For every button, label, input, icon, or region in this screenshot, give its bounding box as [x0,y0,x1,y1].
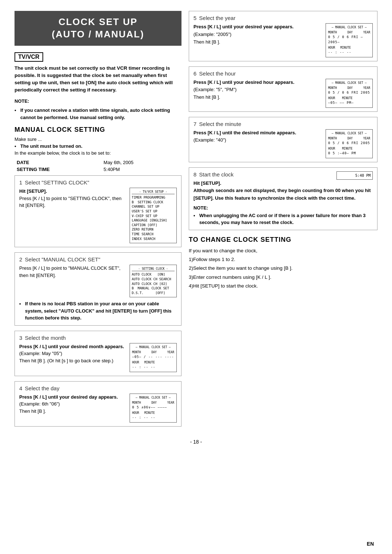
step1-screen: - TV/VCR SETUP - TIMER PROGRAMMING B SET… [130,188,177,243]
step5-box: 5 Select the year Press [K / L] until yo… [189,11,377,61]
note-label: NOTE: [15,98,181,105]
unit-on-bullet: The unit must be turned on. [15,143,181,149]
step5-number: 5 Select the year [193,15,373,21]
step8-screen: 5:40 PM [336,171,373,180]
to-change-section: TO CHANGE CLOCK SETTING If you want to c… [189,236,377,290]
step2-text: Press [K / L] to point to "MANUAL CLOCK … [19,265,126,279]
step4-screen: – MANUAL CLOCK SET – MONTHDAYYEAR 0 5 ∧0… [130,394,177,423]
date-value: May 6th, 2005 [102,159,181,166]
step7-number: 7 Select the minute [193,121,373,127]
setting-time-label: SETTING TIME [15,166,101,172]
note-bullet: If you cannot receive a station with tim… [15,107,181,121]
page-number: - 18 - [190,439,202,445]
step6-screen: – MANUAL CLOCK SET – MONTHDAYYEAR 0 5 / … [326,79,373,108]
step2-number: 2 Select "MANUAL CLOCK SET" [19,256,177,262]
page: CLOCK SET UP (AUTO / MANUAL) TV/VCR The … [0,0,392,554]
date-table: DATE May 6th, 2005 SETTING TIME 5:40PM [15,159,181,173]
step5-text: Press [K / L] until your desired year ap… [193,23,322,46]
to-change-list: If you want to change the clock, 1)Follo… [189,247,377,290]
step1-box: 1 Select "SETTING CLOCK" Hit [SETUP]. Pr… [15,175,181,247]
date-label: DATE [15,159,101,166]
step8-number: 8 Start the clock [193,171,234,178]
step1-text: Hit [SETUP]. Press [K / L] to point to "… [19,188,126,209]
step2-note: If there is no local PBS station in your… [19,300,177,322]
step6-text: Press [K / L] until your desired hour ap… [193,79,322,101]
tvvcr-badge: TV/VCR [15,52,43,62]
example-intro: In the example below, the clock is to be… [15,150,181,156]
page-title: CLOCK SET UP (AUTO / MANUAL) [15,11,181,46]
step7-text: Press [K / L] until the desired minute a… [193,129,322,144]
step3-number: 3 Select the month [19,335,177,341]
step7-screen: – MANUAL CLOCK SET – MONTHDAYYEAR 0 5 / … [326,129,373,158]
to-change-heading: TO CHANGE CLOCK SETTING [189,236,377,244]
step3-screen: – MANUAL CLOCK SET – MONTHDAYYEAR –05– /… [130,343,177,372]
step2-box: 2 Select "MANUAL CLOCK SET" Press [K / L… [15,252,181,326]
step4-number: 4 Select the day [19,385,177,391]
step2-screen: - SETTING CLOCK - AUTO CLOCK [ON] AUTO C… [130,265,177,297]
step3-text: Press [K / L] until your desired month a… [19,343,126,364]
page-en: EN [367,541,374,547]
step3-box: 3 Select the month Press [K / L] until y… [15,331,181,376]
step6-number: 6 Select the hour [193,70,373,77]
intro-text: The unit clock must be set correctly so … [15,65,181,94]
step4-text: Press [K / L] until your desired day app… [19,394,126,415]
step8-text: Hit [SETUP]. Although seconds are not di… [193,180,373,226]
step8-box: 8 Start the clock 5:40 PM Hit [SETUP]. A… [189,167,377,230]
step1-number: 1 Select "SETTING CLOCK" [19,179,177,186]
manual-clock-heading: MANUAL CLOCK SETTING [15,126,181,134]
make-sure: Make sure ... [15,137,181,142]
step7-box: 7 Select the minute Press [K / L] until … [189,117,377,162]
step6-box: 6 Select the hour Press [K / L] until yo… [189,66,377,112]
step4-box: 4 Select the day Press [K / L] until you… [15,381,181,427]
setting-time-value: 5:40PM [102,166,181,172]
step8-note: When unplugging the AC cord or if there … [193,212,373,226]
step5-screen: – MANUAL CLOCK SET – MONTHDAYYEAR 0 5 / … [326,23,373,57]
